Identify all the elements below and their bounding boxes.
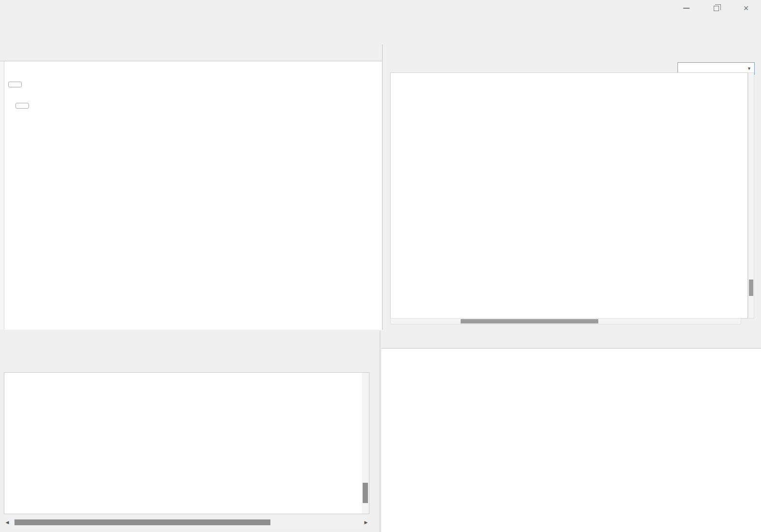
console-pane: ◀ ▶ [0, 331, 380, 532]
editor-annotation-ruler [0, 61, 4, 330]
disassembly-pane: ▼ [384, 44, 761, 330]
window-controls: × [671, 0, 761, 16]
preferences-button[interactable] [15, 103, 29, 109]
editor-pane [0, 44, 383, 330]
titlebar: × [0, 0, 761, 16]
debug-views-tabstrip [384, 44, 761, 61]
debug-tabstrip [381, 331, 761, 347]
console-tabstrip [0, 331, 380, 347]
disassembly-horizontal-scrollbar[interactable] [390, 318, 741, 324]
close-window-icon[interactable]: × [731, 0, 761, 16]
menu-bar [0, 16, 761, 31]
console-vertical-scrollbar[interactable] [362, 373, 369, 514]
scroll-right-icon[interactable]: ▶ [363, 519, 369, 526]
main-toolbar [0, 31, 761, 44]
disassembly-content[interactable] [390, 72, 748, 319]
editor-tabstrip [0, 44, 382, 61]
chevron-down-icon: ▼ [747, 66, 751, 71]
debug-pane [381, 331, 761, 532]
scroll-left-icon[interactable]: ◀ [4, 519, 11, 526]
debug-launch-tree[interactable] [381, 348, 761, 532]
minimize-window-icon[interactable] [671, 0, 701, 16]
editor-content[interactable] [0, 61, 382, 330]
view-disassembly-button[interactable] [8, 82, 22, 87]
disassembly-vertical-scrollbar[interactable] [748, 72, 754, 319]
console-horizontal-scrollbar[interactable]: ◀ ▶ [4, 518, 369, 526]
stm32cubeide-window: × ▼ [0, 0, 761, 532]
restore-window-icon[interactable] [701, 0, 731, 16]
console-output[interactable] [4, 372, 369, 514]
